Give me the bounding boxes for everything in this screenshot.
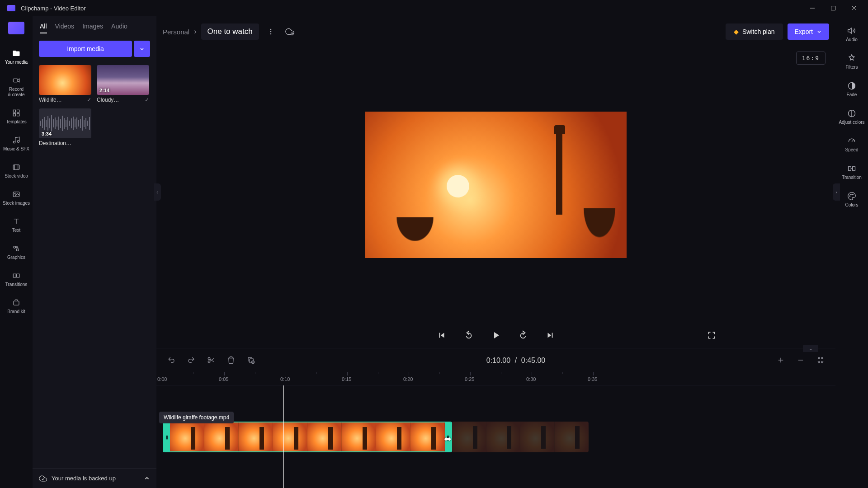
right-rail: › Audio Filters Fade Adjust colors Speed… [835, 16, 868, 488]
speaker-icon [847, 26, 856, 35]
clip-ghost-trimmed [452, 422, 589, 452]
timeline-ruler[interactable]: 0:00 0:05 0:10 0:15 0:20 0:25 0:30 0:35 [156, 372, 835, 385]
zoom-out-button[interactable] [792, 352, 809, 369]
rail-music-sfx[interactable]: Music & SFX [0, 131, 33, 156]
fullscreen-button[interactable] [704, 328, 719, 343]
breadcrumb-personal[interactable]: Personal [163, 28, 189, 36]
rr-speed[interactable]: Speed [835, 132, 868, 157]
svg-point-25 [208, 357, 210, 360]
clip-tooltip: Wildlife giraffe footage.mp4 [159, 412, 234, 423]
rail-graphics[interactable]: Graphics [0, 239, 33, 265]
playhead[interactable] [283, 385, 284, 488]
chevron-down-icon [816, 29, 822, 34]
cloud-sync-button[interactable] [283, 24, 297, 39]
svg-point-21 [270, 29, 271, 30]
check-icon: ✓ [87, 97, 91, 103]
zoom-in-button[interactable] [772, 352, 789, 369]
transition-icon [847, 164, 856, 173]
skip-end-button[interactable] [543, 328, 557, 343]
media-item-destination[interactable]: 3:34 Destination… [39, 108, 91, 146]
media-tab-videos[interactable]: Videos [55, 23, 75, 33]
rail-record-create[interactable]: Record & create [0, 71, 33, 102]
media-tab-images[interactable]: Images [82, 23, 103, 33]
play-button[interactable] [489, 328, 503, 343]
preview-video[interactable] [365, 112, 627, 258]
collapse-media-panel-button[interactable]: ‹ [154, 183, 161, 201]
waveform-icon [40, 114, 90, 132]
timeline-section: ⌄ 0:10.00 / 0:45.00 [156, 348, 835, 488]
svg-point-22 [270, 31, 271, 33]
project-title-input[interactable]: One to watch [201, 23, 259, 40]
svg-point-37 [851, 194, 852, 195]
fit-timeline-button[interactable] [812, 352, 829, 369]
media-tab-all[interactable]: All [40, 23, 47, 33]
seek-back-button[interactable] [462, 328, 476, 343]
aspect-ratio-button[interactable]: 16:9 [796, 52, 826, 65]
svg-rect-5 [13, 110, 15, 112]
collapse-right-rail-button[interactable]: › [833, 183, 840, 201]
image-icon [12, 190, 21, 199]
svg-point-16 [14, 246, 16, 249]
titlebar: Clipchamp - Video Editor [0, 0, 868, 16]
svg-point-23 [270, 33, 271, 35]
timeline-tracks[interactable]: Wildlife giraffe footage.mp4 ▮ ▮ ⬌ [156, 385, 835, 488]
svg-rect-18 [13, 274, 16, 277]
media-item-wildlife[interactable]: Wildlife… ✓ [39, 65, 91, 103]
close-button[interactable] [844, 0, 864, 16]
check-icon: ✓ [145, 97, 149, 103]
transitions-icon [12, 271, 21, 280]
film-icon [12, 163, 21, 172]
undo-button[interactable] [163, 352, 180, 369]
delete-button[interactable] [222, 352, 240, 369]
svg-point-26 [208, 361, 210, 363]
templates-icon [12, 108, 21, 117]
timeline-time-display: 0:10.00 / 0:45.00 [486, 356, 546, 365]
clipchamp-logo-icon[interactable] [8, 22, 24, 34]
palette-icon [847, 192, 856, 201]
media-thumbnail: 3:34 [39, 108, 91, 138]
rail-transitions[interactable]: Transitions [0, 267, 33, 292]
diamond-icon: ◆ [734, 28, 739, 35]
rail-templates[interactable]: Templates [0, 104, 33, 129]
media-item-cloudy[interactable]: 2:14 Cloudy… ✓ [97, 65, 149, 103]
backup-text: Your media is backed up [52, 475, 116, 482]
seek-forward-button[interactable] [516, 328, 530, 343]
media-thumbnail [39, 65, 91, 95]
export-button[interactable]: Export [788, 23, 829, 40]
minimize-button[interactable] [802, 0, 823, 16]
svg-rect-1 [831, 6, 835, 10]
rr-filters[interactable]: Filters [835, 49, 868, 74]
rail-text[interactable]: Text [0, 212, 33, 238]
duplicate-button[interactable] [242, 352, 259, 369]
rail-brand-kit[interactable]: Brand kit [0, 294, 33, 319]
rr-fade[interactable]: Fade [835, 77, 868, 102]
text-icon [12, 217, 21, 226]
import-media-button[interactable]: Import media [39, 41, 132, 57]
switch-plan-button[interactable]: ◆ Switch plan [726, 23, 783, 40]
rr-transition[interactable]: Transition [835, 160, 868, 184]
chevron-right-icon: › [194, 28, 196, 36]
maximize-button[interactable] [823, 0, 844, 16]
collapse-timeline-button[interactable]: ⌄ [803, 345, 818, 352]
rr-adjust-colors[interactable]: Adjust colors [835, 104, 868, 129]
rail-stock-images[interactable]: Stock images [0, 185, 33, 211]
redo-button[interactable] [183, 352, 200, 369]
rr-audio[interactable]: Audio [835, 22, 868, 47]
svg-point-15 [14, 193, 16, 194]
timeline-clip[interactable]: ▮ ▮ [163, 422, 452, 452]
rail-your-media[interactable]: Your media [0, 44, 33, 70]
skip-start-button[interactable] [434, 328, 449, 343]
more-options-button[interactable] [264, 24, 278, 39]
svg-point-38 [853, 194, 854, 195]
backup-status-bar[interactable]: Your media is backed up [33, 468, 156, 488]
shapes-icon [12, 244, 21, 253]
media-tab-audio[interactable]: Audio [111, 23, 127, 33]
rail-stock-video[interactable]: Stock video [0, 158, 33, 183]
clip-handle-right[interactable]: ▮ [445, 422, 451, 451]
folder-icon [12, 49, 21, 58]
rr-colors[interactable]: Colors [835, 187, 868, 212]
import-media-dropdown[interactable] [134, 41, 150, 57]
adjust-icon [847, 109, 856, 118]
split-button[interactable] [203, 352, 220, 369]
clip-handle-left[interactable]: ▮ [164, 422, 170, 451]
